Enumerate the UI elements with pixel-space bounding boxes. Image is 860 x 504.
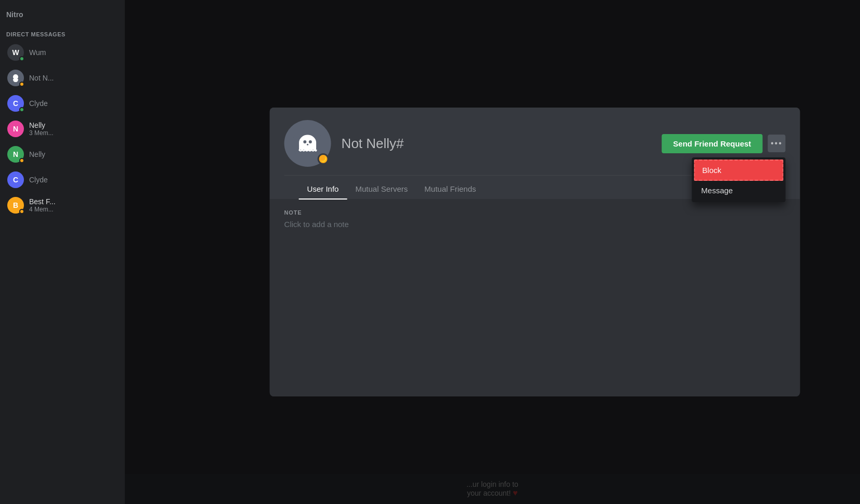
sidebar-item-label: Not N...: [29, 74, 54, 82]
avatar-wum: W: [7, 44, 24, 61]
block-menu-item[interactable]: Block: [694, 160, 784, 181]
note-label: NOTE: [284, 209, 786, 216]
username-text: Not Nelly: [342, 136, 396, 151]
sidebar-item-best-group[interactable]: B Best F... 4 Mem...: [2, 193, 123, 218]
avatar-nelly2: N: [7, 146, 24, 163]
avatar-not-nelly: [7, 70, 24, 86]
avatar-nelly-group: N: [7, 121, 24, 137]
svg-point-0: [13, 74, 18, 79]
context-menu: Block Message: [692, 157, 786, 202]
tab-mutual-friends[interactable]: Mutual Friends: [416, 178, 484, 200]
avatar-best-group: B: [7, 197, 24, 214]
sidebar-item-wum[interactable]: W Wum: [2, 40, 123, 65]
profile-body: NOTE Click to add a note: [270, 199, 800, 396]
main-area: ...ur login info to your account! ♥: [125, 0, 860, 504]
profile-status-icon: 🌙: [318, 153, 329, 165]
tab-user-info[interactable]: User Info: [299, 178, 347, 200]
avatar-clyde1: C: [7, 95, 24, 112]
profile-modal: 🌙 Not Nelly# Send Friend Request •••: [270, 108, 800, 396]
sidebar-item-clyde2[interactable]: C Clyde: [2, 167, 123, 192]
svg-point-6: [307, 144, 308, 145]
sidebar-item-nelly2[interactable]: N Nelly: [2, 142, 123, 167]
sidebar-item-not-nelly[interactable]: Not N...: [2, 65, 123, 90]
avatar-clyde2: C: [7, 171, 24, 188]
sidebar: Nitro DIRECT MESSAGES W Wum Not N...: [0, 0, 125, 504]
more-dots-icon: •••: [771, 139, 783, 148]
dm-section-label: DIRECT MESSAGES: [0, 23, 125, 39]
sidebar-item-nelly-group[interactable]: N Nelly 3 Mem...: [2, 116, 123, 141]
svg-point-5: [309, 140, 312, 143]
note-input[interactable]: Click to add a note: [284, 220, 786, 229]
sidebar-item-clyde1[interactable]: C Clyde: [2, 91, 123, 116]
username-hash: #: [396, 136, 403, 151]
sidebar-item-label: Clyde: [29, 176, 48, 184]
nitro-label[interactable]: Nitro: [0, 6, 125, 23]
profile-header-top: 🌙 Not Nelly# Send Friend Request •••: [284, 120, 786, 176]
tab-mutual-servers[interactable]: Mutual Servers: [347, 178, 416, 200]
profile-actions: Send Friend Request ••• Block Message: [662, 134, 786, 153]
more-options-button[interactable]: ••• Block Message: [768, 135, 786, 152]
profile-header: 🌙 Not Nelly# Send Friend Request •••: [270, 108, 800, 199]
profile-username: Not Nelly#: [342, 136, 651, 152]
message-menu-item[interactable]: Message: [694, 181, 784, 200]
svg-point-4: [303, 140, 306, 143]
sidebar-item-label: Clyde: [29, 99, 48, 108]
sidebar-item-label: Nelly: [29, 150, 45, 158]
sidebar-item-label: Wum: [29, 48, 46, 57]
profile-avatar-wrap: 🌙: [284, 120, 331, 167]
svg-rect-3: [299, 143, 316, 150]
send-friend-request-button[interactable]: Send Friend Request: [662, 134, 763, 153]
